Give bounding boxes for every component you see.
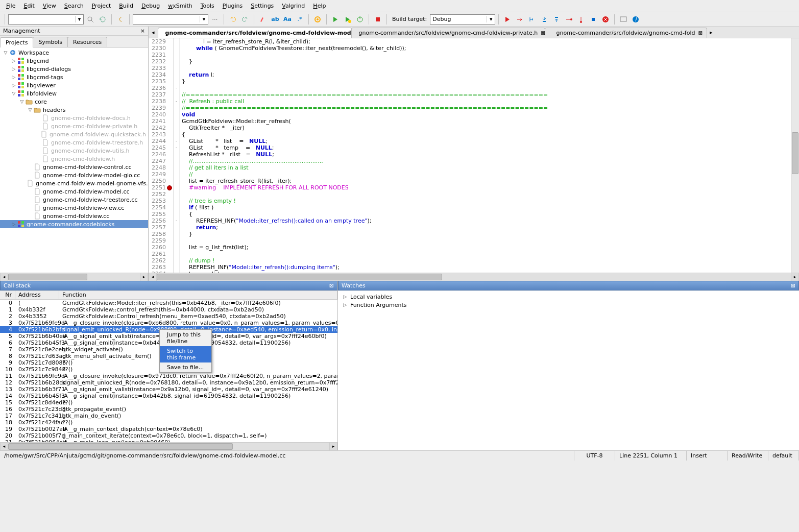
build-target-value[interactable] [430, 15, 487, 24]
tree-item[interactable]: ▽libfoldview [0, 89, 148, 98]
line-number[interactable]: 2262 [152, 257, 166, 264]
next-line-icon[interactable] [526, 14, 538, 25]
debug-continue-icon[interactable] [502, 14, 513, 25]
watch-item[interactable]: ▷Local variables [340, 293, 797, 301]
fold-marker[interactable]: - [174, 85, 179, 91]
code-line[interactable]: REFRESH_INF("Model::iter_refresh():dumpi… [182, 264, 789, 271]
tree-hscroll[interactable]: ◂ ▸ [0, 273, 148, 281]
line-number[interactable]: 2247 [152, 158, 166, 164]
tree-item[interactable]: ▷gnome-commander.codeblocks [0, 220, 148, 228]
fold-marker[interactable]: - [174, 217, 179, 224]
code-line[interactable] [182, 191, 789, 198]
fold-marker[interactable] [174, 151, 179, 158]
scroll-right-icon[interactable]: ▸ [791, 273, 799, 281]
line-number[interactable]: 2251 [152, 184, 166, 191]
line-number[interactable]: 2256 [152, 217, 166, 224]
fold-marker[interactable] [174, 237, 179, 244]
line-number[interactable]: 2249 [152, 171, 166, 178]
highlight-icon[interactable] [257, 14, 269, 25]
tree-item[interactable]: ▷libgviewer [0, 81, 148, 89]
editor-tab[interactable]: gnome-commander/src/foldview/gnome-cmd-f… [351, 28, 545, 38]
tree-item[interactable]: gnome-cmd-foldview-view.cc [0, 204, 148, 212]
thread-prev-icon[interactable] [115, 14, 126, 25]
code-line[interactable]: { [182, 211, 789, 217]
fold-marker[interactable] [174, 251, 179, 257]
build-icon[interactable] [312, 14, 323, 25]
callstack-row[interactable]: 0(GcmdGtkFoldview::Model::iter_refresh(t… [0, 300, 337, 306]
menu-build[interactable]: Build [115, 1, 137, 11]
fold-marker[interactable]: - [174, 144, 179, 151]
zoom-fit-icon[interactable] [85, 14, 96, 25]
line-number[interactable]: 2257 [152, 224, 166, 231]
build-target-select[interactable]: ▾ [430, 14, 495, 25]
selection-icon[interactable]: ab [270, 14, 281, 25]
code-line[interactable]: } [182, 58, 789, 65]
menu-search[interactable]: Search [60, 1, 88, 11]
chevron-down-icon[interactable]: ▾ [487, 16, 495, 22]
code-line[interactable]: GtkTreeIter * _iter) [182, 125, 789, 131]
fold-marker[interactable] [174, 45, 179, 52]
line-number[interactable]: 2244 [152, 138, 166, 144]
tree-twisty[interactable]: ▷ [10, 83, 17, 88]
tree-twisty[interactable]: ▽ [27, 107, 34, 112]
menu-item[interactable]: Switch to this frame [160, 346, 211, 362]
debug-windows-icon[interactable] [618, 14, 629, 25]
line-number[interactable]: 2254 [152, 204, 166, 211]
code-line[interactable]: // dump ! [182, 257, 789, 264]
line-number[interactable]: 2253 [152, 198, 166, 204]
watch-item[interactable]: ▷Function Arguments [340, 301, 797, 309]
code-line[interactable]: while ( GnomeCmdFoldviewTreestore::iter_… [182, 45, 789, 52]
close-icon[interactable]: ⊠ [791, 282, 795, 289]
tab-resources[interactable]: Resources [67, 37, 107, 47]
chevron-down-icon[interactable]: ▾ [200, 16, 208, 22]
code-line[interactable]: l = iter_refresh_store_R(l, &iter_child)… [182, 38, 789, 45]
line-number[interactable]: 2239 [152, 105, 166, 111]
fold-marker[interactable] [174, 198, 179, 204]
fold-marker[interactable] [174, 158, 179, 164]
code-line[interactable]: RefreshList * rlist = NULL; [182, 151, 789, 158]
code-line[interactable]: list = iter_refresh_store_R(list, _iter)… [182, 178, 789, 184]
menu-settings[interactable]: Settings [247, 1, 278, 11]
menu-tools[interactable]: Tools [197, 1, 219, 11]
fold-marker[interactable] [174, 78, 179, 85]
step-into-icon[interactable] [539, 14, 550, 25]
line-number[interactable]: 2231 [152, 52, 166, 58]
tree-item[interactable]: ▽core [0, 98, 148, 106]
fold-marker[interactable] [174, 118, 179, 125]
editor-body[interactable]: 2229223022312232223322342235223622372238… [149, 38, 799, 273]
callstack-head[interactable]: Nr Address Function [0, 291, 337, 300]
menu-view[interactable]: View [39, 1, 60, 11]
code-line[interactable]: //======================================… [182, 105, 789, 111]
line-number[interactable]: 2252 [152, 191, 166, 198]
tree-item[interactable]: gnome-cmd-foldview.cc [0, 212, 148, 220]
tree-item[interactable]: ▷libgcmd-dialogs [0, 65, 148, 73]
callstack-row[interactable]: 30x7f521b69fe9dIA__g_closure_invoke(clos… [0, 320, 337, 326]
tree-twisty[interactable]: ▽ [10, 91, 17, 96]
line-number[interactable]: 2245 [152, 144, 166, 151]
tree-twisty[interactable]: ▷ [342, 294, 348, 299]
fold-marker[interactable] [174, 224, 179, 231]
regex-icon[interactable]: .* [294, 14, 305, 25]
code-line[interactable] [182, 65, 789, 71]
callstack-row[interactable]: 120x7f521b6b28dcsignal_emit_unlocked_R(n… [0, 379, 337, 386]
code-line[interactable] [182, 52, 789, 58]
next-instr-icon[interactable] [563, 14, 574, 25]
menu-project[interactable]: Project [88, 1, 115, 11]
code-line[interactable] [182, 251, 789, 257]
line-number[interactable]: 2250 [152, 178, 166, 184]
tree-item[interactable]: ▷libgcmd-tags [0, 73, 148, 81]
editor-tab[interactable]: gnome-commander/src/foldview/gnome-cmd-f… [158, 28, 352, 38]
fold-marker[interactable] [174, 111, 179, 118]
fold-marker[interactable] [174, 105, 179, 111]
fold-column[interactable]: ----- [174, 38, 180, 273]
fold-marker[interactable] [174, 191, 179, 198]
callstack-header[interactable]: Call stack ⊠ [0, 281, 337, 291]
line-number[interactable]: 2259 [152, 237, 166, 244]
code-area[interactable]: l = iter_refresh_store_R(l, &iter_child)… [180, 38, 791, 273]
search-input[interactable] [133, 15, 200, 24]
tree-twisty[interactable]: ▷ [10, 222, 17, 227]
line-number[interactable]: 2243 [152, 131, 166, 138]
callstack-row[interactable]: 140x7f521b6b45f3IA__g_signal_emit(instan… [0, 393, 337, 399]
menu-edit[interactable]: Edit [19, 1, 38, 11]
tree-item[interactable]: gnome-cmd-foldview-utils.h [0, 147, 148, 155]
